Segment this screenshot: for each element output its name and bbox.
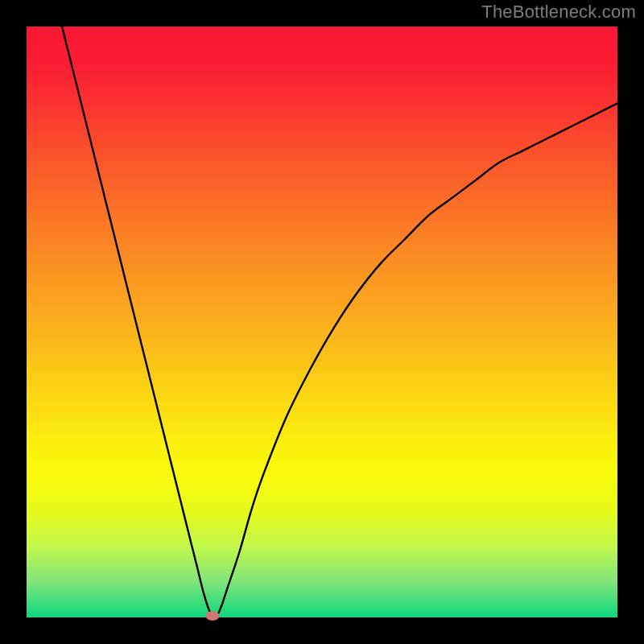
watermark-text: TheBottleneck.com — [481, 2, 636, 23]
curve-path — [62, 27, 617, 617]
chart-frame: TheBottleneck.com — [0, 0, 644, 644]
plot-area — [27, 27, 617, 617]
bottleneck-curve — [27, 27, 617, 617]
optimal-marker — [206, 611, 220, 621]
